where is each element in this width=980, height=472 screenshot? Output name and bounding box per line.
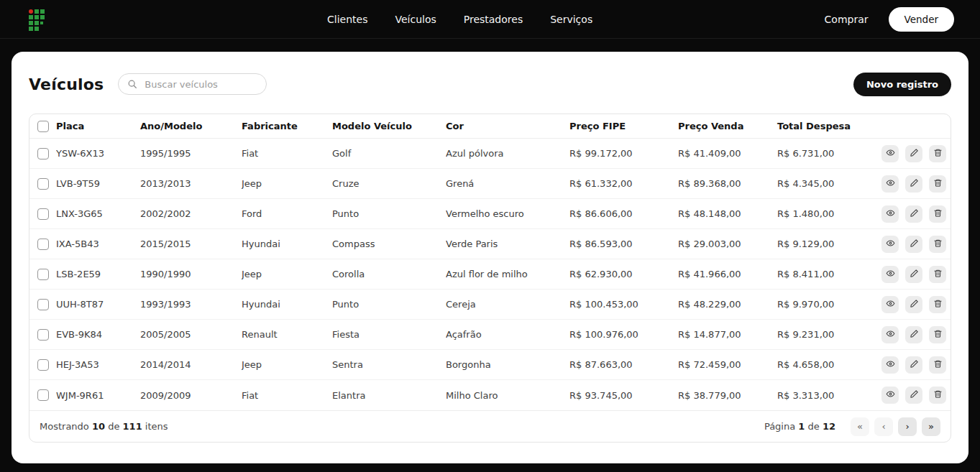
cell-placa: HEJ-3A53 (56, 359, 140, 370)
search-input[interactable] (118, 73, 267, 95)
view-button[interactable] (881, 296, 899, 313)
cell-ano-modelo: 2014/2014 (140, 359, 242, 370)
cell-cor: Borgonha (446, 359, 569, 370)
first-page-button[interactable]: « (851, 417, 869, 436)
nav-item-clientes[interactable]: Clientes (327, 14, 367, 25)
row-checkbox[interactable] (37, 359, 49, 371)
vehicles-card: Veículos Novo registro Placa Ano/Modelo … (12, 52, 968, 463)
col-total-despesa: Total Despesa (777, 121, 881, 131)
delete-button[interactable] (929, 387, 946, 404)
cell-fabricante: Fiat (242, 390, 332, 401)
cell-preco-venda: R$ 89.368,00 (678, 178, 777, 189)
row-checkbox[interactable] (37, 299, 49, 310)
select-all-checkbox[interactable] (37, 121, 49, 132)
table-row: UUH-8T871993/1993HyundaiPuntoCerejaR$ 10… (29, 290, 951, 320)
next-page-button[interactable]: › (898, 417, 917, 436)
edit-button[interactable] (905, 326, 922, 343)
edit-button[interactable] (905, 296, 922, 313)
edit-button[interactable] (905, 145, 922, 162)
comprar-link[interactable]: Comprar (825, 14, 869, 25)
cell-ano-modelo: 1990/1990 (140, 269, 242, 279)
row-actions (881, 145, 951, 162)
cell-ano-modelo: 2015/2015 (140, 239, 242, 249)
new-record-button[interactable]: Novo registro (853, 73, 951, 96)
table-row: LVB-9T592013/2013JeepCruzeGrenáR$ 61.332… (29, 169, 951, 199)
cell-total-despesa: R$ 6.731,00 (777, 148, 881, 159)
edit-button[interactable] (905, 266, 922, 283)
cell-preco-fipe: R$ 99.172,00 (569, 148, 678, 159)
cell-cor: Cereja (446, 299, 569, 310)
view-button[interactable] (881, 356, 899, 374)
row-checkbox-cell (29, 208, 56, 220)
cell-preco-fipe: R$ 86.593,00 (569, 239, 678, 249)
trash-icon (933, 329, 943, 341)
table-row: LSB-2E591990/1990JeepCorollaAzul flor de… (29, 259, 951, 290)
col-fabricante: Fabricante (242, 121, 332, 131)
edit-button[interactable] (905, 236, 922, 253)
cell-preco-fipe: R$ 93.745,00 (569, 390, 678, 401)
pencil-icon (910, 178, 919, 190)
pencil-icon (910, 299, 919, 310)
row-checkbox-cell (29, 299, 56, 310)
cell-placa: WJM-9R61 (56, 390, 140, 401)
cell-preco-venda: R$ 14.877,00 (678, 329, 777, 340)
cell-fabricante: Hyundai (242, 299, 332, 310)
delete-button[interactable] (929, 236, 946, 253)
delete-button[interactable] (929, 296, 946, 313)
last-page-button[interactable]: » (922, 417, 940, 436)
cell-modelo-veiculo: Punto (332, 299, 446, 310)
cell-ano-modelo: 2009/2009 (140, 390, 242, 401)
row-actions (881, 175, 951, 193)
cell-ano-modelo: 2013/2013 (140, 178, 242, 189)
topbar-right: Comprar Vender (825, 0, 954, 39)
cell-fabricante: Hyundai (242, 239, 332, 249)
row-checkbox[interactable] (37, 329, 49, 341)
edit-button[interactable] (905, 175, 922, 193)
delete-button[interactable] (929, 205, 946, 223)
view-button[interactable] (881, 205, 899, 223)
view-button[interactable] (881, 175, 899, 193)
trash-icon (933, 178, 943, 190)
row-checkbox[interactable] (37, 389, 49, 401)
delete-button[interactable] (929, 356, 946, 374)
view-button[interactable] (881, 326, 899, 343)
trash-icon (933, 389, 943, 401)
pencil-icon (910, 208, 919, 220)
cell-total-despesa: R$ 4.345,00 (777, 178, 881, 189)
edit-button[interactable] (905, 205, 922, 223)
edit-button[interactable] (905, 387, 922, 404)
view-button[interactable] (881, 387, 899, 404)
delete-button[interactable] (929, 175, 946, 193)
row-actions (881, 296, 951, 313)
delete-button[interactable] (929, 266, 946, 283)
delete-button[interactable] (929, 145, 946, 162)
view-button[interactable] (881, 236, 899, 253)
row-checkbox[interactable] (37, 178, 49, 190)
edit-button[interactable] (905, 356, 922, 374)
cell-ano-modelo: 1993/1993 (140, 299, 242, 310)
cell-ano-modelo: 1995/1995 (140, 148, 242, 159)
page-indicator: Página 1 de 12 (764, 421, 835, 432)
search-wrap (118, 73, 267, 95)
view-button[interactable] (881, 266, 899, 283)
cell-preco-fipe: R$ 62.930,00 (569, 269, 678, 279)
eye-icon (886, 359, 895, 371)
nav-item-servicos[interactable]: Serviços (550, 14, 592, 25)
prev-page-button[interactable]: ‹ (874, 417, 893, 436)
cell-cor: Verde Paris (446, 239, 569, 249)
nav-item-prestadores[interactable]: Prestadores (464, 14, 523, 25)
cell-total-despesa: R$ 9.231,00 (777, 329, 881, 340)
if-logo-icon (29, 9, 45, 29)
view-button[interactable] (881, 145, 899, 162)
row-checkbox[interactable] (37, 208, 49, 220)
pencil-icon (910, 239, 919, 250)
delete-button[interactable] (929, 326, 946, 343)
row-checkbox[interactable] (37, 269, 49, 280)
row-checkbox[interactable] (37, 148, 49, 159)
row-checkbox[interactable] (37, 239, 49, 250)
cell-total-despesa: R$ 3.313,00 (777, 390, 881, 401)
cell-modelo-veiculo: Elantra (332, 390, 446, 401)
nav-item-veiculos[interactable]: Veículos (395, 14, 436, 25)
table-row: WJM-9R612009/2009FiatElantraMilho ClaroR… (29, 380, 951, 410)
vender-button[interactable]: Vender (889, 7, 954, 32)
